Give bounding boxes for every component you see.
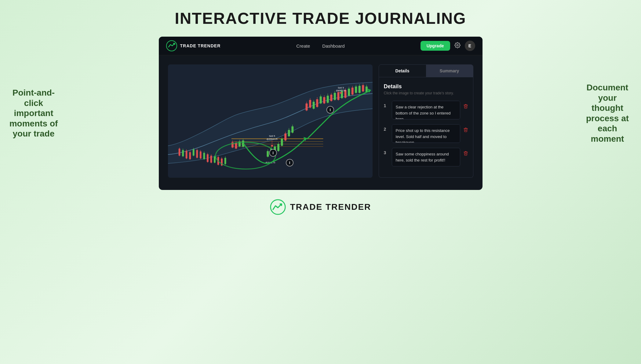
chart-area[interactable]: Sell 5 @45519.25 <box>168 64 373 178</box>
svg-text:i: i <box>289 161 290 165</box>
nav-dashboard[interactable]: Dashboard <box>322 43 344 49</box>
delete-button-2[interactable] <box>463 124 468 133</box>
entry-item-1: 1 <box>384 101 468 119</box>
delete-button-1[interactable] <box>463 101 468 110</box>
nav-create[interactable]: Create <box>296 43 310 49</box>
tab-details[interactable]: Details <box>379 65 426 77</box>
trash-icon-1 <box>463 104 468 109</box>
entry-text-3[interactable] <box>392 148 460 166</box>
page-title: INTERACTIVE TRADE JOURNALING <box>175 9 466 27</box>
entry-number-2: 2 <box>384 124 389 132</box>
panel-title: Details <box>384 83 468 90</box>
svg-text:@45519.25: @45519.25 <box>266 138 277 140</box>
side-text-right: Document your thought process at each mo… <box>583 82 632 144</box>
gear-icon <box>454 42 461 48</box>
entry-item-3: 3 <box>384 148 468 166</box>
svg-text:Sell 5: Sell 5 <box>269 135 275 137</box>
nav-actions: Upgrade E <box>421 41 475 51</box>
svg-text:Sell 5: Sell 5 <box>337 86 344 89</box>
svg-text:i: i <box>272 151 274 155</box>
side-text-left: Point-and-click important moments of you… <box>9 88 58 139</box>
panel-body: Details Click the image to create your t… <box>379 77 473 178</box>
panel-subtitle: Click the image to create your trade's s… <box>384 91 468 95</box>
trash-icon-3 <box>463 151 468 156</box>
entry-item-2: 2 <box>384 124 468 143</box>
navbar: TRADE TRENDER Create Dashboard Upgrade E <box>159 37 483 55</box>
app-container: TRADE TRENDER Create Dashboard Upgrade E <box>159 37 483 190</box>
entry-text-2[interactable] <box>392 124 460 143</box>
chart-svg: Sell 5 @45519.25 <box>168 64 373 178</box>
entry-number-3: 3 <box>384 148 389 155</box>
main-content: Sell 5 @45519.25 <box>159 55 483 190</box>
nav-links: Create Dashboard <box>296 43 344 49</box>
tab-bar: Details Summary <box>379 64 473 77</box>
logo-icon <box>166 40 177 51</box>
entry-text-1[interactable] <box>392 101 460 119</box>
upgrade-button[interactable]: Upgrade <box>421 41 450 51</box>
tab-summary[interactable]: Summary <box>426 65 473 77</box>
svg-text:@4869.50: @4869.50 <box>336 89 346 92</box>
delete-button-3[interactable] <box>463 148 468 157</box>
svg-text:i: i <box>330 108 331 112</box>
avatar[interactable]: E <box>465 41 475 51</box>
footer-logo: TRADE TRENDER <box>270 199 371 215</box>
svg-point-1 <box>457 44 458 46</box>
svg-marker-45 <box>271 145 273 147</box>
logo-area: TRADE TRENDER <box>166 40 221 51</box>
trash-icon-2 <box>463 127 468 132</box>
entry-number-1: 1 <box>384 101 389 108</box>
gear-button[interactable] <box>454 42 461 50</box>
footer-logo-icon <box>270 199 286 215</box>
details-panel: Details Summary Details Click the image … <box>379 64 473 178</box>
logo-text: TRADE TRENDER <box>180 43 221 48</box>
footer-logo-text: TRADE TRENDER <box>290 202 371 212</box>
